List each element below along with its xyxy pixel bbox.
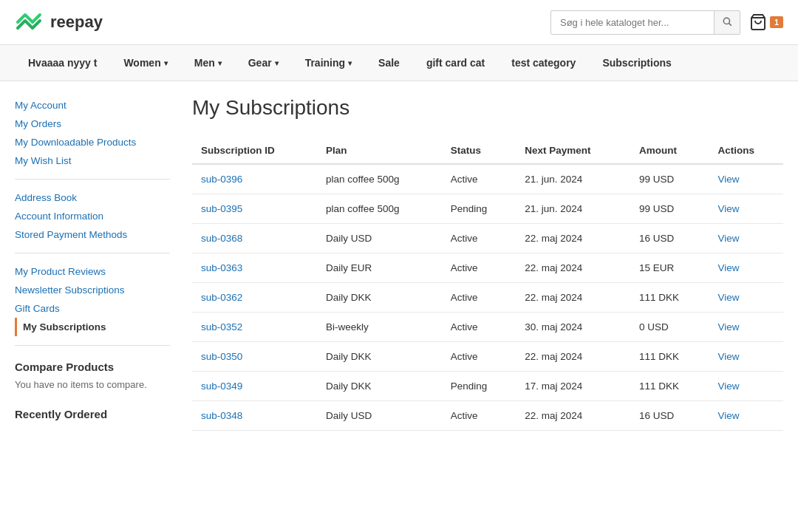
table-row: sub-0362 Daily DKK Active 22. maj 2024 1…: [192, 283, 783, 313]
nav-item-training[interactable]: Training: [292, 45, 365, 81]
cell-id: sub-0363: [192, 253, 317, 283]
logo-text: reepay: [50, 13, 103, 32]
cell-next-payment: 21. jun. 2024: [516, 194, 630, 224]
compare-section: Compare Products You have no items to co…: [15, 361, 170, 390]
subscription-id-link[interactable]: sub-0349: [201, 381, 242, 392]
cell-plan: plan coffee 500g: [317, 194, 442, 224]
recently-ordered-title: Recently Ordered: [15, 408, 170, 420]
col-header-amount: Amount: [630, 137, 709, 164]
view-link[interactable]: View: [718, 381, 740, 392]
nav-item-sale[interactable]: Sale: [365, 45, 413, 81]
col-header-actions: Actions: [709, 137, 783, 164]
cart-button[interactable]: 1: [749, 13, 783, 31]
cell-next-payment: 22. maj 2024: [516, 401, 630, 431]
col-header-status: Status: [442, 137, 516, 164]
nav-item-subscriptions[interactable]: Subscriptions: [589, 45, 684, 81]
search-button[interactable]: [714, 11, 740, 34]
subscription-id-link[interactable]: sub-0363: [201, 262, 242, 273]
cell-amount: 16 USD: [630, 224, 709, 253]
cell-next-payment: 30. maj 2024: [516, 313, 630, 342]
sidebar-settings-section: Address Book Account Information Stored …: [15, 188, 170, 253]
cell-amount: 111 DKK: [630, 283, 709, 313]
col-header-id: Subscription ID: [192, 137, 317, 164]
logo-area: reepay: [15, 7, 103, 37]
cell-amount: 99 USD: [630, 164, 709, 194]
nav-item-hvaaa[interactable]: Hvaaaa nyyy t: [15, 45, 110, 81]
subscription-id-link[interactable]: sub-0396: [201, 174, 242, 185]
cell-plan: Daily DKK: [317, 283, 442, 313]
view-link[interactable]: View: [718, 262, 740, 273]
cell-status: Pending: [442, 194, 516, 224]
table-header: Subscription ID Plan Status Next Payment…: [192, 137, 783, 164]
col-header-next-payment: Next Payment: [516, 137, 630, 164]
subscription-id-link[interactable]: sub-0368: [201, 233, 242, 244]
cell-action: View: [709, 253, 783, 283]
sidebar-item-newsletter[interactable]: Newsletter Subscriptions: [15, 281, 170, 299]
sidebar-item-my-account[interactable]: My Account: [15, 96, 170, 115]
cell-status: Active: [442, 342, 516, 372]
cell-next-payment: 22. maj 2024: [516, 283, 630, 313]
sidebar-item-gift-cards[interactable]: Gift Cards: [15, 299, 170, 318]
main-container: My Account My Orders My Downloadable Pro…: [0, 81, 798, 446]
nav-item-women[interactable]: Women: [110, 45, 180, 81]
subscriptions-table: Subscription ID Plan Status Next Payment…: [192, 137, 783, 431]
recently-ordered-section: Recently Ordered: [15, 408, 170, 420]
view-link[interactable]: View: [718, 174, 740, 185]
nav-item-testcategory[interactable]: test category: [498, 45, 589, 81]
subscription-id-link[interactable]: sub-0395: [201, 203, 242, 214]
view-link[interactable]: View: [718, 203, 740, 214]
cell-next-payment: 17. maj 2024: [516, 372, 630, 401]
cell-status: Active: [442, 253, 516, 283]
cell-id: sub-0348: [192, 401, 317, 431]
sidebar-item-my-orders[interactable]: My Orders: [15, 115, 170, 133]
sidebar-item-my-subscriptions[interactable]: My Subscriptions: [15, 318, 170, 336]
cell-action: View: [709, 283, 783, 313]
nav-item-men[interactable]: Men: [181, 45, 235, 81]
col-header-plan: Plan: [317, 137, 442, 164]
cell-id: sub-0349: [192, 372, 317, 401]
cell-action: View: [709, 224, 783, 253]
nav-item-giftcardcat[interactable]: gift card cat: [413, 45, 498, 81]
svg-point-1: [723, 18, 729, 24]
cell-id: sub-0362: [192, 283, 317, 313]
main-nav: Hvaaaa nyyy t Women Men Gear Training Sa…: [0, 45, 798, 81]
cell-next-payment: 22. maj 2024: [516, 342, 630, 372]
sidebar-item-downloadable-products[interactable]: My Downloadable Products: [15, 133, 170, 151]
cell-action: View: [709, 401, 783, 431]
nav-item-gear[interactable]: Gear: [235, 45, 292, 81]
cell-plan: Bi-weekly: [317, 313, 442, 342]
view-link[interactable]: View: [718, 351, 740, 362]
sidebar-item-wish-list[interactable]: My Wish List: [15, 151, 170, 170]
subscription-id-link[interactable]: sub-0350: [201, 351, 242, 362]
view-link[interactable]: View: [718, 410, 740, 421]
sidebar-item-account-info[interactable]: Account Information: [15, 207, 170, 225]
sidebar-item-stored-payment[interactable]: Stored Payment Methods: [15, 225, 170, 244]
sidebar-item-product-reviews[interactable]: My Product Reviews: [15, 262, 170, 281]
subscription-id-link[interactable]: sub-0362: [201, 292, 242, 303]
sidebar: My Account My Orders My Downloadable Pro…: [15, 96, 170, 431]
cell-plan: Daily DKK: [317, 372, 442, 401]
sidebar-item-address-book[interactable]: Address Book: [15, 188, 170, 207]
subscription-id-link[interactable]: sub-0348: [201, 410, 242, 421]
cell-amount: 111 DKK: [630, 342, 709, 372]
cell-action: View: [709, 313, 783, 342]
view-link[interactable]: View: [718, 233, 740, 244]
cell-amount: 99 USD: [630, 194, 709, 224]
search-input[interactable]: [551, 12, 714, 33]
cell-status: Pending: [442, 372, 516, 401]
compare-title: Compare Products: [15, 361, 170, 373]
table-row: sub-0348 Daily USD Active 22. maj 2024 1…: [192, 401, 783, 431]
search-bar: [550, 10, 740, 35]
search-icon: [722, 16, 732, 27]
cell-next-payment: 21. jun. 2024: [516, 164, 630, 194]
cell-id: sub-0350: [192, 342, 317, 372]
compare-text: You have no items to compare.: [15, 379, 170, 390]
cell-status: Active: [442, 224, 516, 253]
view-link[interactable]: View: [718, 321, 740, 332]
logo-icon: [15, 7, 44, 37]
subscription-id-link[interactable]: sub-0352: [201, 321, 242, 332]
cell-status: Active: [442, 283, 516, 313]
view-link[interactable]: View: [718, 292, 740, 303]
cell-amount: 111 DKK: [630, 372, 709, 401]
cell-status: Active: [442, 401, 516, 431]
